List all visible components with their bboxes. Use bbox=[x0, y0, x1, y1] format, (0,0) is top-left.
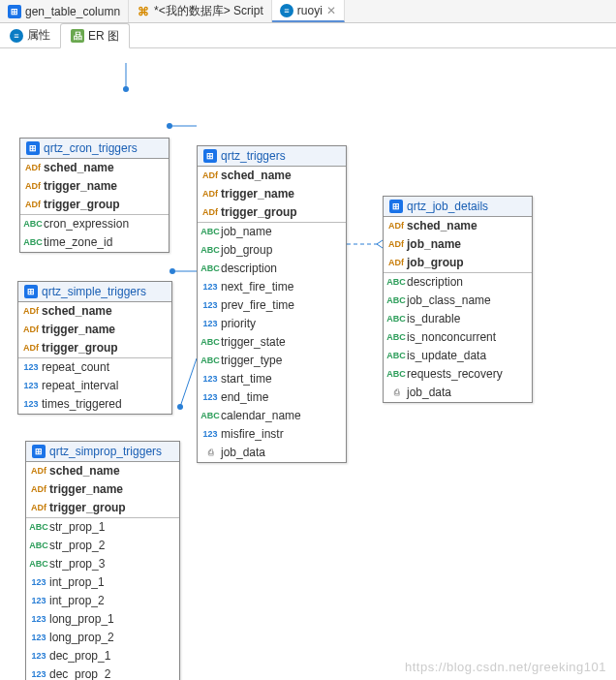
column[interactable]: 123times_triggered bbox=[18, 395, 171, 414]
column[interactable]: ABCjob_class_name bbox=[384, 292, 532, 310]
column[interactable]: ABCjob_name bbox=[198, 223, 346, 241]
type-icon: 123 bbox=[32, 632, 46, 645]
type-icon: ADf bbox=[389, 238, 403, 252]
column[interactable]: 123int_prop_2 bbox=[26, 592, 179, 610]
entity-header[interactable]: ⊞qrtz_triggers bbox=[198, 146, 346, 167]
column[interactable]: 123long_prop_2 bbox=[26, 629, 179, 647]
column-name: int_prop_1 bbox=[49, 575, 105, 590]
column[interactable]: 123dec_prop_1 bbox=[26, 647, 179, 665]
entity-header[interactable]: ⊞qrtz_simprop_triggers bbox=[26, 442, 179, 462]
editor-tab[interactable]: ≡ruoyi✕ bbox=[272, 0, 345, 22]
table-icon: ⊞ bbox=[32, 445, 46, 458]
sub-tab[interactable]: ≡属性 bbox=[0, 23, 60, 47]
entity-simple[interactable]: ⊞qrtz_simple_triggersADfsched_nameADftri… bbox=[17, 281, 172, 415]
column[interactable]: ABCcalendar_name bbox=[198, 407, 346, 425]
table-icon: ⊞ bbox=[26, 141, 40, 155]
entity-header[interactable]: ⊞qrtz_simple_triggers bbox=[18, 282, 171, 302]
type-icon: 123 bbox=[32, 668, 46, 681]
column[interactable]: ⎙job_data bbox=[384, 384, 532, 402]
pk-column[interactable]: ADftrigger_group bbox=[18, 339, 171, 357]
column[interactable]: 123end_time bbox=[198, 388, 346, 407]
column[interactable]: 123long_prop_1 bbox=[26, 610, 179, 629]
column-name: trigger_name bbox=[44, 179, 117, 194]
column[interactable]: ABCtrigger_type bbox=[198, 352, 346, 370]
pk-column[interactable]: ADftrigger_name bbox=[198, 185, 346, 203]
type-icon: 123 bbox=[24, 380, 38, 393]
column[interactable]: 123start_time bbox=[198, 370, 346, 388]
entity-job[interactable]: ⊞qrtz_job_detailsADfsched_nameADfjob_nam… bbox=[383, 196, 533, 403]
entity-header[interactable]: ⊞qrtz_cron_triggers bbox=[20, 139, 169, 159]
column-name: dec_prop_2 bbox=[49, 667, 110, 680]
column[interactable]: ABCrequests_recovery bbox=[384, 365, 532, 384]
column[interactable]: 123repeat_interval bbox=[18, 377, 171, 395]
column[interactable]: ⎙job_data bbox=[198, 444, 346, 462]
pk-column[interactable]: ADfsched_name bbox=[198, 167, 346, 185]
column[interactable]: ABCjob_group bbox=[198, 241, 346, 260]
pk-column[interactable]: ADftrigger_name bbox=[18, 321, 171, 339]
pk-column[interactable]: ADfsched_name bbox=[18, 302, 171, 321]
entity-simprop[interactable]: ⊞qrtz_simprop_triggersADfsched_nameADftr… bbox=[25, 441, 180, 680]
column[interactable]: 123priority bbox=[198, 315, 346, 333]
column-name: description bbox=[221, 262, 277, 276]
entity-triggers[interactable]: ⊞qrtz_triggersADfsched_nameADftrigger_na… bbox=[197, 145, 347, 463]
column-name: str_prop_3 bbox=[49, 557, 105, 572]
column[interactable]: 123next_fire_time bbox=[198, 278, 346, 296]
column[interactable]: ABCis_durable bbox=[384, 310, 532, 328]
pk-column[interactable]: ADftrigger_group bbox=[198, 203, 346, 222]
column[interactable]: ABCdescription bbox=[198, 260, 346, 278]
er-canvas[interactable]: ⊞qrtz_cron_triggersADfsched_nameADftrigg… bbox=[0, 48, 616, 678]
column-name: int_prop_2 bbox=[49, 594, 105, 608]
column[interactable]: 123misfire_instr bbox=[198, 425, 346, 444]
column[interactable]: 123repeat_count bbox=[18, 358, 171, 377]
pk-column[interactable]: ADfsched_name bbox=[20, 159, 169, 177]
table-icon: ⊞ bbox=[8, 5, 21, 18]
pk-column[interactable]: ADftrigger_name bbox=[26, 480, 179, 499]
sub-tab[interactable]: 品ER 图 bbox=[60, 23, 130, 48]
pk-column[interactable]: ADfjob_group bbox=[384, 254, 532, 272]
pk-column[interactable]: ADfjob_name bbox=[384, 235, 532, 254]
type-icon: ABC bbox=[389, 294, 403, 308]
entity-cron[interactable]: ⊞qrtz_cron_triggersADfsched_nameADftrigg… bbox=[19, 138, 169, 253]
type-icon: 123 bbox=[24, 398, 38, 412]
column[interactable]: ABCstr_prop_2 bbox=[26, 537, 179, 555]
close-icon[interactable]: ✕ bbox=[326, 4, 336, 17]
column-name: misfire_instr bbox=[221, 427, 284, 442]
pk-column[interactable]: ADftrigger_name bbox=[20, 177, 169, 196]
svg-point-3 bbox=[177, 404, 183, 410]
column[interactable]: 123int_prop_1 bbox=[26, 573, 179, 592]
pk-column[interactable]: ADfsched_name bbox=[26, 462, 179, 480]
column-name: str_prop_2 bbox=[49, 539, 105, 553]
entity-header[interactable]: ⊞qrtz_job_details bbox=[384, 197, 532, 217]
pk-column[interactable]: ADftrigger_group bbox=[20, 196, 169, 214]
editor-tab[interactable]: ⊞gen_table_column bbox=[0, 0, 129, 22]
type-icon: 123 bbox=[203, 373, 217, 386]
column[interactable]: ABCis_nonconcurrent bbox=[384, 328, 532, 347]
type-icon: ADf bbox=[389, 220, 403, 233]
column[interactable]: ABCtime_zone_id bbox=[20, 233, 169, 252]
type-icon: ABC bbox=[203, 336, 217, 350]
pk-column[interactable]: ADftrigger_group bbox=[26, 499, 179, 517]
column-name: trigger_group bbox=[221, 205, 297, 220]
column[interactable]: ABCis_update_data bbox=[384, 347, 532, 365]
column-name: calendar_name bbox=[221, 409, 301, 423]
type-icon: ABC bbox=[389, 313, 403, 326]
type-icon: 123 bbox=[32, 576, 46, 590]
column[interactable]: 123dec_prop_2 bbox=[26, 665, 179, 680]
column[interactable]: ABCdescription bbox=[384, 273, 532, 292]
column[interactable]: 123prev_fire_time bbox=[198, 296, 346, 315]
editor-tab[interactable]: ⌘*<我的数据库> Script bbox=[129, 0, 272, 22]
column[interactable]: ABCcron_expression bbox=[20, 215, 169, 233]
pk-column[interactable]: ADfsched_name bbox=[384, 217, 532, 235]
entity-title: qrtz_triggers bbox=[221, 149, 286, 163]
column-name: start_time bbox=[221, 372, 272, 386]
column-name: trigger_type bbox=[221, 354, 282, 368]
column-name: sched_name bbox=[49, 464, 120, 479]
entity-title: qrtz_job_details bbox=[407, 200, 488, 213]
type-icon: ⎙ bbox=[203, 447, 217, 460]
column[interactable]: ABCstr_prop_3 bbox=[26, 555, 179, 573]
column-name: sched_name bbox=[42, 304, 112, 319]
column[interactable]: ABCtrigger_state bbox=[198, 333, 346, 352]
column-name: is_nonconcurrent bbox=[407, 330, 496, 345]
er-icon: 品 bbox=[71, 29, 84, 43]
column[interactable]: ABCstr_prop_1 bbox=[26, 518, 179, 537]
